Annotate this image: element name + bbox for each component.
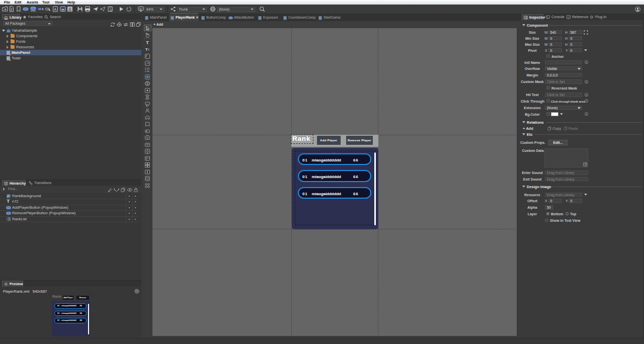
svg-text:A: A (54, 7, 57, 12)
